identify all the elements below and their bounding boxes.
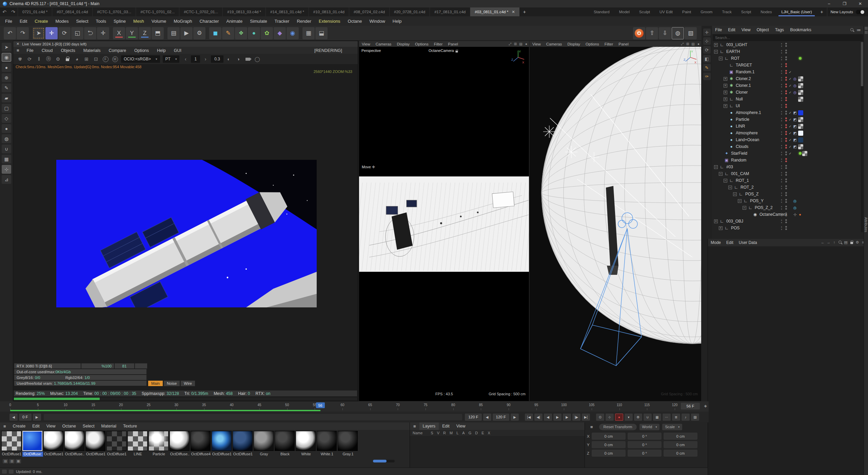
u-tool-icon[interactable]: ∪: [2, 145, 11, 153]
viewport-secondary[interactable]: ViewCamerasDisplayOptionsFilterPanel⤢⊞▤●: [529, 41, 702, 401]
menu-mograph[interactable]: MoGraph: [170, 19, 196, 24]
material-tag-thumb[interactable]: [798, 137, 803, 142]
warm-tool-2-icon[interactable]: ✑: [703, 73, 711, 80]
object-row[interactable]: +✱Cloner⬧⬧✓◎: [712, 89, 864, 96]
current-frame-marker[interactable]: 56: [316, 402, 325, 408]
mat-menu-view[interactable]: View: [43, 424, 59, 429]
visibility-dots[interactable]: [784, 90, 788, 94]
menu-select[interactable]: Select: [72, 19, 92, 24]
redo-history-icon[interactable]: ↷: [9, 7, 18, 16]
coord-position-field[interactable]: 0 cm: [592, 450, 626, 457]
object-tag-icon[interactable]: ⊹: [792, 212, 797, 217]
expand-icon[interactable]: +: [724, 77, 727, 81]
collapse-icon[interactable]: −: [714, 165, 718, 169]
collapse-icon[interactable]: −: [743, 206, 746, 210]
region-a-button[interactable]: ◐: [225, 55, 233, 63]
range-end-field[interactable]: 120 F: [493, 414, 509, 421]
material-tag-thumb[interactable]: [798, 131, 803, 136]
axis-x-toggle[interactable]: X: [113, 27, 125, 39]
tab-close-icon[interactable]: ✕: [512, 10, 515, 14]
visibility-dots[interactable]: [784, 56, 788, 60]
ram-player-button[interactable]: ▨: [691, 414, 699, 421]
menu-character[interactable]: Character: [196, 19, 222, 24]
scale-tool[interactable]: ◱: [71, 27, 83, 39]
object-row[interactable]: −∟POS_Z⬧⬧: [712, 191, 864, 197]
menu-render[interactable]: Render: [293, 19, 315, 24]
enabled-check-icon[interactable]: ✓: [788, 70, 792, 74]
last-used-tool[interactable]: ⮌: [84, 27, 96, 39]
material-tag-thumb[interactable]: [798, 117, 803, 122]
enabled-check-icon[interactable]: ✓: [788, 138, 792, 142]
om-menu-file[interactable]: File: [712, 27, 725, 32]
add-cube-button[interactable]: ◼: [209, 27, 221, 39]
axis-ball-icon[interactable]: ⊕: [2, 73, 11, 82]
pass-value-field[interactable]: 1: [191, 55, 200, 63]
vp-right-menu-display[interactable]: Display: [565, 42, 583, 46]
cursor-tool-icon[interactable]: ➤: [2, 43, 11, 52]
restart-render-icon[interactable]: ⟳: [25, 55, 34, 63]
mat-menu-octane[interactable]: Octane: [59, 424, 79, 429]
expand-icon[interactable]: +: [724, 91, 727, 94]
redo-button[interactable]: ↷: [17, 27, 29, 39]
region-pick-icon[interactable]: ◕: [73, 55, 81, 63]
render-view-button[interactable]: ▤: [167, 27, 180, 39]
new-layouts-button[interactable]: New Layouts: [827, 7, 868, 16]
material-tag-thumb[interactable]: [798, 110, 803, 115]
prev-frame-button[interactable]: ◀: [544, 414, 552, 421]
om-menu-tags[interactable]: Tags: [772, 27, 787, 32]
object-row[interactable]: +✱Cloner.1⬧⬧✓◎: [712, 82, 864, 89]
object-row[interactable]: ✦StarField⬧⬧✓: [712, 150, 864, 157]
attr-icon-7[interactable]: ⚙: [854, 240, 860, 245]
visibility-dots[interactable]: [784, 83, 788, 88]
object-row[interactable]: ●Clouds⬧⬧✓◩: [712, 143, 864, 150]
layout-tab[interactable]: Script: [736, 7, 756, 16]
om-search-icon[interactable]: [850, 27, 853, 32]
layout-tab[interactable]: Paint: [677, 7, 696, 16]
expand-icon[interactable]: +: [724, 104, 727, 108]
document-tab[interactable]: #08_0724_02.c4d: [349, 7, 389, 16]
space-dropdown[interactable]: World▾: [639, 424, 660, 430]
status-list-icon[interactable]: [9, 470, 14, 474]
octane-object-icon[interactable]: ◉: [2, 53, 11, 62]
poly-icon[interactable]: ◇: [2, 114, 11, 123]
expand-icon[interactable]: +: [719, 226, 723, 230]
vp-right-mini-icon-1[interactable]: ⤢: [679, 42, 685, 46]
range-start-prev-button[interactable]: ◀: [9, 414, 18, 421]
object-row[interactable]: ∟TARGET⬧⬧: [712, 62, 864, 69]
mat-menu-texture[interactable]: Texture: [120, 424, 140, 429]
mode-dropdown[interactable]: Scale▾: [662, 424, 682, 430]
octane-render-image[interactable]: [56, 160, 317, 307]
layout-toggle-icon[interactable]: [856, 10, 865, 14]
object-row[interactable]: +∟Null⬧⬧: [712, 96, 864, 102]
square-icon[interactable]: ▢: [2, 104, 11, 113]
document-tab[interactable]: #20_0728_01.c4d: [389, 7, 430, 16]
enabled-check-icon[interactable]: ✓: [788, 84, 792, 88]
expand-icon[interactable]: +: [714, 43, 718, 47]
rotate-tool[interactable]: ⟳: [58, 27, 71, 39]
grid-snap-button[interactable]: ▦: [653, 414, 661, 421]
material-thumbnail[interactable]: [43, 431, 63, 451]
object-row[interactable]: −∟POS_Z_2⬧⬧◎: [712, 204, 864, 211]
visibility-dots[interactable]: [784, 63, 788, 67]
prev-key-button[interactable]: ◀|: [534, 414, 542, 421]
menu-animate[interactable]: Animate: [223, 19, 246, 24]
object-tag-icon[interactable]: ◩: [792, 117, 797, 122]
material-item[interactable]: OctDiffuse..: [170, 431, 190, 457]
keying-dropdown-button[interactable]: ▾: [625, 414, 633, 421]
menu-spline[interactable]: Spline: [110, 19, 130, 24]
document-tab[interactable]: #17_0813_01.c4d: [430, 7, 470, 16]
simulate-button[interactable]: ✿: [261, 27, 273, 39]
layout-tab[interactable]: Sculpt: [634, 7, 655, 16]
material-item[interactable]: OctDiffuse1: [1, 431, 22, 457]
document-tab[interactable]: #CTC-1_0702_01...: [179, 7, 222, 16]
object-row[interactable]: +∟POS⬧⬧: [712, 225, 864, 231]
reset-render-icon[interactable]: Ⓡ: [44, 55, 53, 63]
material-tag-thumb[interactable]: [802, 151, 807, 156]
attributes-vertical-tab[interactable]: Attributes: [864, 217, 868, 232]
visibility-dots[interactable]: [784, 50, 788, 54]
object-manager-scrollbar[interactable]: [861, 42, 863, 232]
coord-scale-field[interactable]: 0 cm: [664, 433, 697, 440]
object-row[interactable]: +∟003_OBJ⬧⬧: [712, 218, 864, 225]
expand-icon[interactable]: +: [724, 97, 727, 101]
layout-tab[interactable]: Nodes: [756, 7, 776, 16]
